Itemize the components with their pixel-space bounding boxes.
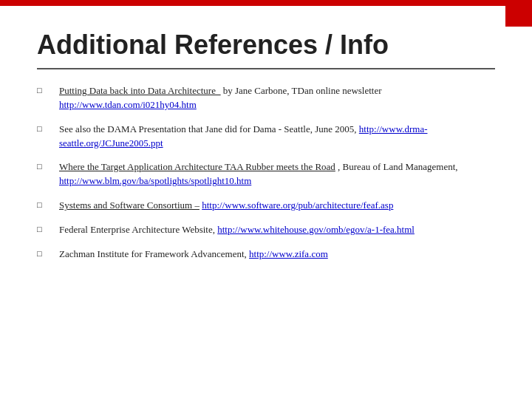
ref-desc: by Jane Carbone, TDan online newsletter	[223, 85, 382, 96]
item-text: Where the Target Application Architectur…	[59, 160, 495, 188]
ref-title: Where the Target Application Architectur…	[59, 161, 335, 172]
ref-title: Systems and Software Consortium –	[59, 200, 200, 211]
ref-link[interactable]: http://www.zifa.com	[249, 248, 328, 259]
ref-link[interactable]: http://www.software.org/pub/architecture…	[202, 200, 393, 211]
list-item: □ Zachman Institute for Framework Advanc…	[37, 248, 495, 262]
list-item: □ Where the Target Application Architect…	[37, 160, 495, 188]
bullet-icon: □	[37, 200, 52, 211]
top-red-bar	[0, 0, 532, 6]
top-right-square	[505, 0, 532, 27]
item-text: Systems and Software Consortium – http:/…	[59, 199, 495, 213]
title-divider	[37, 68, 495, 69]
ref-title: Putting Data back into Data Architecture…	[59, 85, 220, 96]
bullet-icon: □	[37, 248, 52, 260]
ref-link[interactable]: http://www.tdan.com/i021hy04.htm	[59, 99, 197, 110]
item-text: Putting Data back into Data Architecture…	[59, 84, 495, 112]
list-item: □ Systems and Software Consortium – http…	[37, 199, 495, 213]
ref-desc: Federal Enterprise Architecture Website,	[59, 224, 217, 235]
main-content: Additional References / Info □ Putting D…	[0, 0, 532, 287]
item-text: Zachman Institute for Framework Advancem…	[59, 248, 495, 262]
page-title: Additional References / Info	[37, 30, 495, 61]
list-item: □ Federal Enterprise Architecture Websit…	[37, 223, 495, 237]
item-text: Federal Enterprise Architecture Website,…	[59, 223, 495, 237]
references-list: □ Putting Data back into Data Architectu…	[37, 84, 495, 262]
list-item: □ Putting Data back into Data Architectu…	[37, 84, 495, 112]
bullet-icon: □	[37, 123, 52, 135]
ref-link[interactable]: http://www.blm.gov/ba/spotlights/spotlig…	[59, 175, 251, 186]
ref-desc: Zachman Institute for Framework Advancem…	[59, 248, 249, 259]
bullet-icon: □	[37, 85, 52, 97]
ref-desc: See also the DAMA Presentation that Jane…	[59, 123, 359, 134]
item-text: See also the DAMA Presentation that Jane…	[59, 123, 495, 151]
ref-desc: , Bureau of Land Management,	[338, 161, 457, 172]
bullet-icon: □	[37, 224, 52, 236]
ref-link[interactable]: http://www.whitehouse.gov/omb/egov/a-1-f…	[217, 224, 415, 235]
list-item: □ See also the DAMA Presentation that Ja…	[37, 123, 495, 151]
bullet-icon: □	[37, 161, 52, 173]
